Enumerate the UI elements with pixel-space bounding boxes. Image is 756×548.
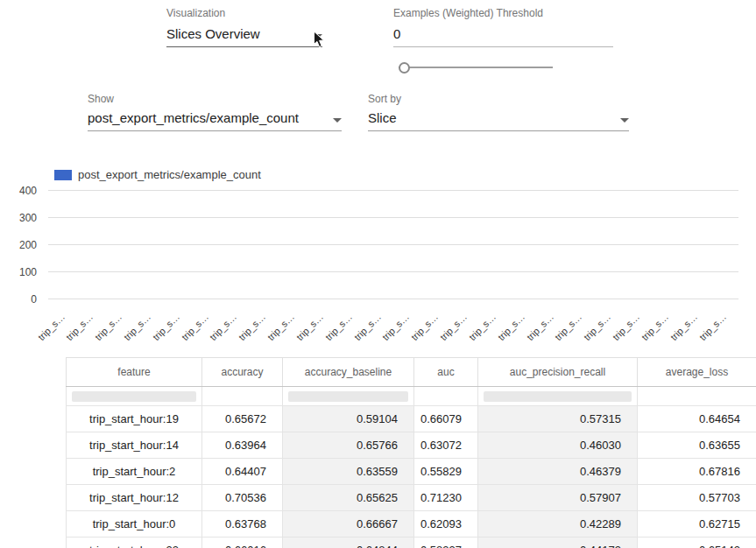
- feature-cell: trip_start_hour:14: [67, 432, 202, 459]
- filter-cell: [202, 387, 283, 406]
- metric-cell: 0.63964: [202, 432, 283, 459]
- y-tick-label: 200: [19, 239, 37, 251]
- metric-cell: 0.57703: [638, 485, 756, 511]
- metric-cell: 0.46379: [478, 459, 638, 485]
- metric-cell: 0.62093: [414, 511, 478, 537]
- chevron-down-icon: [333, 118, 342, 123]
- slices-overview-app: Visualization Slices Overview Examples (…: [0, 0, 756, 548]
- metric-cell: 0.64844: [283, 537, 414, 548]
- show-select[interactable]: post_export_metrics/example_count: [88, 110, 342, 131]
- metric-cell: 0.65625: [283, 485, 414, 511]
- metric-cell: 0.65142: [638, 537, 756, 548]
- y-tick-label: 0: [31, 293, 37, 306]
- column-header-auc_precision_recall[interactable]: auc_precision_recall: [478, 358, 638, 387]
- filter-cell: [478, 387, 638, 406]
- metric-cell: 0.59104: [283, 406, 414, 432]
- filter-cell: [283, 387, 414, 406]
- plot-area: [48, 191, 738, 299]
- metric-cell: 0.67816: [638, 459, 756, 485]
- column-header-accuracy_baseline[interactable]: accuracy_baseline: [283, 358, 414, 387]
- y-tick-label: 400: [19, 185, 37, 197]
- legend-swatch: [54, 170, 72, 180]
- metric-cell: 0.71230: [414, 485, 478, 511]
- table-row[interactable]: trip_start_hour:120.705360.656250.712300…: [67, 485, 756, 511]
- visualization-label: Visualization: [166, 7, 225, 19]
- metric-cell: 0.63768: [202, 511, 283, 537]
- column-header-accuracy[interactable]: accuracy: [202, 358, 283, 387]
- metric-cell: 0.46030: [478, 432, 638, 459]
- metric-cell: 0.57907: [478, 485, 638, 511]
- x-tick: trip_s…: [710, 301, 738, 352]
- table-header-row: featureaccuracyaccuracy_baselineaucauc_p…: [67, 358, 756, 387]
- metric-cell: 0.66079: [414, 406, 478, 432]
- sort-by-label: Sort by: [368, 93, 401, 105]
- metric-cell: 0.70536: [202, 485, 283, 511]
- legend-label: post_export_metrics/example_count: [78, 168, 261, 181]
- table-row[interactable]: trip_start_hour:20.644070.635590.558290.…: [67, 459, 756, 485]
- y-tick-label: 100: [19, 266, 37, 278]
- slider-track[interactable]: [399, 67, 553, 68]
- metric-cell: 0.62715: [638, 511, 756, 537]
- filter-input[interactable]: [72, 391, 196, 402]
- table-filter-row: [67, 387, 756, 406]
- metric-cell: 0.66667: [283, 511, 414, 537]
- metric-cell: 0.65672: [202, 406, 283, 432]
- metric-cell: 0.66016: [202, 537, 283, 548]
- visualization-value: Slices Overview: [166, 26, 260, 41]
- metric-cell: 0.58337: [414, 537, 478, 548]
- metrics-table: featureaccuracyaccuracy_baselineaucauc_p…: [66, 357, 756, 548]
- show-value: post_export_metrics/example_count: [88, 110, 299, 125]
- feature-cell: trip_start_hour:19: [67, 406, 202, 432]
- filter-cell: [638, 387, 756, 406]
- feature-cell: trip_start_hour:12: [67, 485, 202, 511]
- filter-cell: [67, 387, 202, 406]
- chevron-down-icon: [620, 118, 629, 123]
- table-row[interactable]: trip_start_hour:00.637680.666670.620930.…: [67, 511, 756, 537]
- sort-by-value: Slice: [368, 110, 397, 125]
- mouse-cursor-icon: [313, 31, 326, 53]
- bars-container: [48, 191, 738, 299]
- x-tick-label: trip_s…: [35, 312, 66, 342]
- visualization-select[interactable]: Slices Overview: [166, 26, 322, 47]
- metric-cell: 0.63072: [414, 432, 478, 459]
- metric-cell: 0.63655: [638, 432, 756, 459]
- threshold-slider[interactable]: [399, 61, 553, 74]
- metric-cell: 0.65766: [283, 432, 414, 459]
- table-row[interactable]: trip_start_hour:190.656720.591040.660790…: [67, 406, 756, 432]
- chart-legend: post_export_metrics/example_count: [54, 168, 261, 181]
- example-count-bar-chart: post_export_metrics/example_count 010020…: [0, 165, 756, 355]
- metric-cell: 0.57315: [478, 406, 638, 432]
- metric-cell: 0.44173: [478, 537, 638, 548]
- y-tick-label: 300: [19, 212, 37, 224]
- x-axis: trip_s…trip_s…trip_s…trip_s…trip_s…trip_…: [48, 301, 738, 352]
- metric-cell: 0.64407: [202, 459, 283, 485]
- filter-cell: [414, 387, 478, 406]
- filter-input[interactable]: [288, 391, 408, 402]
- column-header-auc[interactable]: auc: [414, 358, 478, 387]
- show-label: Show: [88, 93, 114, 105]
- feature-cell: trip_start_hour:0: [67, 511, 202, 537]
- feature-cell: trip_start_hour:2: [67, 459, 202, 485]
- metric-cell: 0.42289: [478, 511, 638, 537]
- column-header-feature[interactable]: feature: [67, 358, 202, 387]
- feature-cell: trip_start_hour:23: [67, 537, 202, 548]
- filter-input[interactable]: [484, 391, 632, 402]
- column-header-average_loss[interactable]: average_loss: [638, 358, 756, 387]
- table-row[interactable]: trip_start_hour:140.639640.657660.630720…: [67, 432, 756, 459]
- threshold-label: Examples (Weighted) Threshold: [393, 7, 543, 19]
- threshold-input[interactable]: 0: [393, 26, 613, 47]
- sort-by-select[interactable]: Slice: [368, 110, 629, 131]
- slider-thumb[interactable]: [399, 62, 410, 74]
- y-axis: 0100200300400: [0, 191, 42, 299]
- metric-cell: 0.64654: [638, 406, 756, 432]
- metric-cell: 0.63559: [283, 459, 414, 485]
- table-row[interactable]: trip_start_hour:230.660160.648440.583370…: [67, 537, 756, 548]
- metric-cell: 0.55829: [414, 459, 478, 485]
